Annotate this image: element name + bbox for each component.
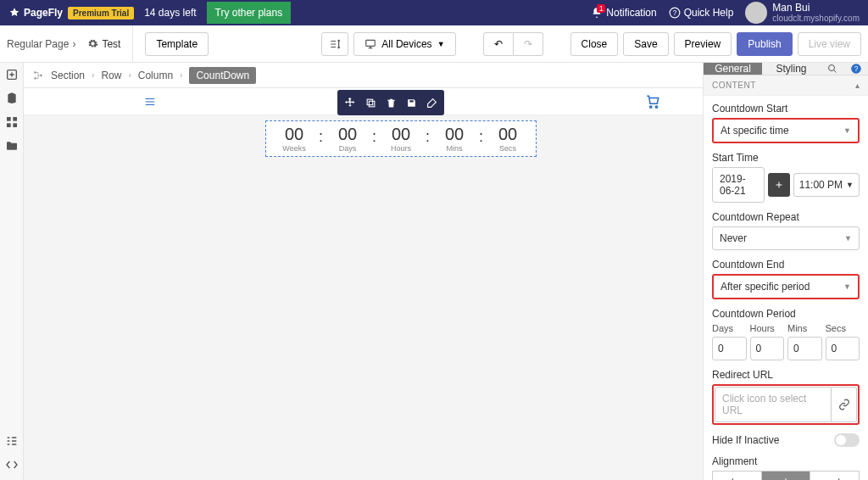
tree-icon[interactable] — [32, 70, 44, 81]
redo-button[interactable]: ↷ — [514, 32, 543, 56]
weeks-value: 00 — [285, 125, 303, 144]
close-button[interactable]: Close — [570, 32, 619, 56]
avatar — [745, 2, 767, 24]
pagefly-logo-icon — [8, 7, 20, 19]
svg-rect-6 — [7, 123, 11, 127]
notification-count: 1 — [597, 4, 605, 13]
svg-rect-2 — [366, 40, 376, 46]
svg-point-10 — [40, 74, 42, 75]
link-icon — [838, 399, 850, 410]
countdown-element[interactable]: 00Weeks : 00Days : 00Hours : 00Mins : 00… — [265, 120, 537, 157]
topbar: PageFly Premium Trial 14 days left Try o… — [0, 0, 868, 25]
crumb-row[interactable]: Row — [101, 70, 121, 81]
save-button[interactable]: Save — [623, 32, 668, 56]
days-label: Days — [339, 144, 357, 153]
panel-tabs: General Styling ? — [704, 63, 868, 75]
undo-button[interactable]: ↶ — [483, 32, 514, 56]
redirect-url-group: Click icon to select URL — [712, 384, 860, 425]
settings-button[interactable] — [422, 93, 441, 112]
move-button[interactable] — [341, 93, 359, 112]
align-right-button[interactable] — [810, 471, 860, 480]
period-mins-label: Mins — [787, 323, 822, 333]
page-name: Test — [102, 38, 120, 50]
notification-label: Notification — [606, 7, 656, 19]
code-icon[interactable] — [5, 458, 19, 472]
hide-if-inactive-label: Hide If Inactive — [712, 434, 779, 446]
svg-point-11 — [650, 105, 652, 107]
tab-search[interactable] — [821, 63, 844, 75]
svg-rect-14 — [367, 99, 373, 105]
svg-rect-7 — [13, 123, 17, 127]
tab-help[interactable]: ? — [844, 63, 868, 75]
duplicate-button[interactable] — [361, 93, 380, 112]
try-other-plans-button[interactable]: Try other plans — [207, 2, 292, 24]
cart-icon[interactable] — [645, 94, 660, 109]
element-toolbar — [337, 90, 444, 115]
countdown-start-select[interactable]: At specific time ▼ — [712, 118, 860, 143]
period-secs-input[interactable]: 0 — [826, 337, 860, 360]
secs-label: Secs — [499, 144, 516, 153]
align-left-button[interactable] — [712, 471, 762, 480]
countdown-repeat-select[interactable]: Never ▼ — [712, 226, 860, 250]
line-height-button[interactable] — [321, 32, 348, 56]
apps-icon[interactable] — [5, 115, 19, 129]
quick-help-button[interactable]: ? Quick Help — [669, 7, 734, 19]
save-element-button[interactable] — [402, 93, 420, 112]
hours-value: 00 — [392, 125, 410, 144]
alignment-label: Alignment — [712, 455, 860, 467]
delete-button[interactable] — [381, 93, 400, 112]
countdown-end-label: Countdown End — [712, 259, 860, 271]
devices-dropdown[interactable]: All Devices ▼ — [353, 32, 455, 56]
start-date-input[interactable]: 2019-06-21 — [712, 167, 765, 203]
quick-help-label: Quick Help — [684, 7, 734, 19]
chevron-right-icon: › — [128, 70, 131, 80]
tab-styling[interactable]: Styling — [762, 63, 821, 75]
days-value: 00 — [338, 125, 357, 144]
line-height-icon — [329, 38, 341, 50]
collapse-icon: ▴ — [855, 81, 860, 90]
svg-point-8 — [34, 71, 36, 73]
countdown-end-select[interactable]: After specific period ▼ — [712, 274, 860, 299]
hide-if-inactive-toggle[interactable] — [834, 433, 860, 447]
redirect-url-input[interactable]: Click icon to select URL — [715, 387, 832, 422]
preview-button[interactable]: Preview — [674, 32, 732, 56]
template-button[interactable]: Template — [145, 32, 209, 56]
date-picker-button[interactable] — [768, 173, 790, 197]
toolbar: Regular Page › Test Template All Devices… — [0, 25, 868, 63]
tab-general[interactable]: General — [704, 63, 762, 75]
chevron-right-icon: › — [72, 38, 75, 50]
undo-redo-group: ↶ ↷ — [483, 32, 543, 56]
crumb-countdown[interactable]: CountDown — [189, 67, 256, 84]
redirect-url-label: Redirect URL — [712, 369, 860, 381]
svg-point-12 — [655, 105, 657, 107]
svg-rect-5 — [13, 117, 17, 121]
shop-domain: cloudclt.myshopify.com — [772, 14, 860, 23]
outline-icon[interactable] — [5, 434, 19, 448]
gear-icon — [87, 38, 98, 49]
publish-button[interactable]: Publish — [737, 32, 792, 56]
add-element-icon[interactable] — [5, 68, 19, 81]
content-section-header[interactable]: CONTENT ▴ — [704, 75, 868, 96]
logo[interactable]: PageFly — [8, 7, 63, 19]
crumb-section[interactable]: Section — [51, 70, 85, 81]
select-url-button[interactable] — [832, 387, 857, 422]
page-settings[interactable]: Test — [87, 38, 120, 50]
align-center-button[interactable] — [762, 471, 811, 480]
period-mins-input[interactable]: 0 — [787, 337, 822, 360]
shopify-icon[interactable] — [5, 92, 19, 105]
canvas[interactable]: 00Weeks : 00Days : 00Hours : 00Mins : 00… — [24, 88, 703, 480]
period-hours-input[interactable]: 0 — [750, 337, 785, 360]
chevron-right-icon: › — [92, 70, 94, 80]
crumb-column[interactable]: Column — [138, 70, 173, 81]
notification-button[interactable]: 1 Notification — [591, 7, 656, 19]
hamburger-icon[interactable] — [142, 96, 158, 108]
caret-down-icon: ▼ — [843, 282, 851, 291]
caret-down-icon: ▼ — [846, 181, 854, 189]
live-view-button[interactable]: Live view — [798, 32, 861, 56]
help-icon: ? — [850, 63, 862, 75]
user-menu[interactable]: Man Bui cloudclt.myshopify.com — [745, 2, 860, 24]
page-type-dropdown[interactable]: Regular Page › — [7, 38, 75, 50]
folder-icon[interactable] — [5, 139, 19, 153]
period-days-input[interactable]: 0 — [712, 337, 747, 360]
start-time-select[interactable]: 11:00 PM ▼ — [793, 173, 860, 197]
